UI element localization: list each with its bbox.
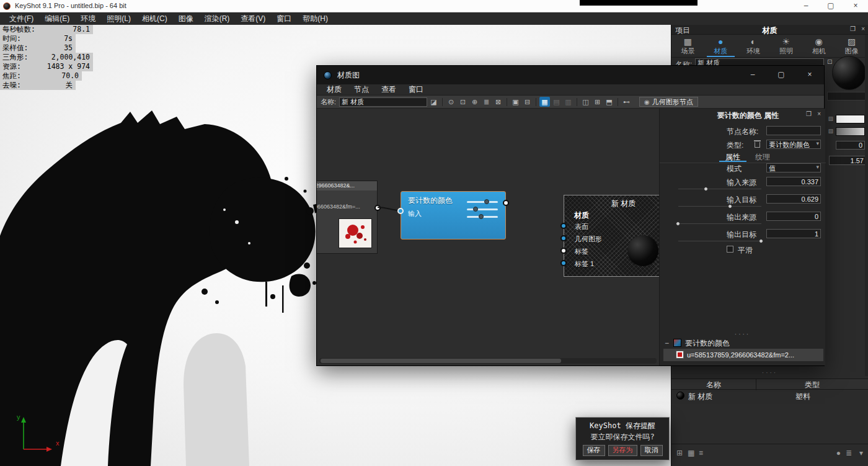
panel-scrollbar[interactable] — [865, 35, 868, 376]
graph-window-titlebar[interactable]: 材质图 – ▢ × — [317, 66, 824, 84]
animation-node-icon[interactable]: ⬒ — [604, 97, 614, 107]
color-to-number-node[interactable]: 要计数的颜色 输入 — [401, 191, 506, 240]
material-preview-sphere[interactable] — [832, 56, 866, 90]
tab-properties[interactable]: 属性 — [719, 152, 746, 162]
tab-camera[interactable]: ◉ 相机 — [802, 35, 835, 57]
panel-close-icon[interactable]: × — [861, 25, 865, 32]
tab-environment[interactable]: ◐ 环境 — [737, 35, 770, 57]
tab-material[interactable]: ● 材质 — [704, 35, 737, 57]
tune-icon[interactable]: ≣ — [481, 97, 492, 107]
texture-node[interactable]: 9,2966063482&... 2966063482&fm=... — [317, 181, 378, 254]
label-pin[interactable] — [560, 248, 567, 254]
texture-slot-icon[interactable]: ▧ — [828, 128, 833, 134]
cancel-button[interactable]: 取消 — [640, 445, 663, 456]
menu-environment[interactable]: 环境 — [75, 12, 101, 25]
tab-scene[interactable]: ▦ 场景 — [671, 35, 704, 57]
node-name-input[interactable] — [766, 126, 821, 135]
graph-menu-window[interactable]: 窗口 — [402, 84, 430, 95]
menu-lighting[interactable]: 照明(L) — [101, 12, 136, 25]
slider-handle[interactable] — [759, 239, 763, 243]
slider-handle[interactable] — [704, 187, 708, 191]
input-from-value[interactable] — [766, 177, 821, 186]
tab-lighting[interactable]: ☀ 照明 — [769, 35, 802, 57]
tree-item-texture[interactable]: u=585137859,2966063482&fm=2... — [663, 349, 823, 361]
utility-node-icon[interactable]: ⊞ — [592, 97, 603, 107]
canvas-hscrollbar-thumb[interactable] — [321, 359, 561, 363]
lock-icon[interactable]: ⊠ — [493, 97, 503, 107]
filter-icon[interactable]: ▾ — [859, 449, 863, 457]
sort-icon[interactable]: ≣ — [846, 449, 852, 457]
diffuse-color-swatch[interactable] — [836, 115, 865, 123]
label1-pin[interactable] — [560, 260, 567, 266]
panel-float-icon[interactable]: ❐ — [850, 25, 856, 32]
detach-icon[interactable]: ⊡ — [827, 58, 832, 65]
texture-slot-icon[interactable]: ▨ — [828, 115, 833, 122]
ior-value-input[interactable] — [829, 156, 866, 165]
tab-image[interactable]: ▨ 图像 — [835, 35, 868, 57]
graph-minimize-button[interactable]: – — [738, 66, 767, 84]
material-prop-field[interactable] — [827, 92, 866, 101]
menu-help[interactable]: 帮助(H) — [297, 12, 334, 25]
menu-render[interactable]: 渲染(R) — [199, 12, 236, 25]
save-button[interactable]: 保存 — [583, 445, 605, 456]
menu-window[interactable]: 窗口 — [271, 12, 297, 25]
surface-pin[interactable] — [560, 223, 567, 229]
copy-icon[interactable]: ▣ — [510, 97, 521, 107]
preview-sphere-icon[interactable]: ● — [836, 449, 841, 457]
graph-maximize-button[interactable]: ▢ — [767, 66, 795, 84]
menu-view[interactable]: 查看(V) — [235, 12, 271, 25]
texture-node-icon[interactable]: ▦ — [539, 97, 550, 107]
texture-utility-icon[interactable]: ▥ — [563, 97, 574, 107]
list-view-icon[interactable]: ≡ — [699, 449, 703, 457]
save-as-button[interactable]: 另存为 — [608, 445, 637, 456]
menu-file[interactable]: 文件(F) — [4, 12, 39, 25]
dock-float-icon[interactable]: ❐ — [806, 110, 812, 117]
column-type[interactable]: 类型 — [756, 380, 868, 390]
mode-select[interactable]: 值 ▾ — [766, 163, 821, 173]
slider-handle[interactable] — [676, 222, 680, 226]
slider-handle[interactable] — [728, 204, 732, 208]
fit-view-icon[interactable]: ⊡ — [458, 97, 468, 107]
node-type-select[interactable]: 要计数的颜色 ▾ — [766, 140, 821, 149]
menu-edit[interactable]: 编辑(E) — [39, 12, 75, 25]
node-canvas[interactable]: 9,2966063482&... 2966063482&fm=... — [317, 109, 659, 365]
dock-close-icon[interactable]: × — [817, 110, 821, 117]
graph-menu-node[interactable]: 节点 — [348, 84, 375, 95]
material-node-icon[interactable]: ◫ — [580, 97, 591, 107]
menu-image[interactable]: 图像 — [173, 12, 199, 25]
add-node-icon[interactable]: ⊕ — [469, 97, 480, 107]
minimize-button[interactable]: – — [794, 0, 818, 12]
material-list-row[interactable]: 新 材质 塑料 — [671, 390, 868, 401]
zoom-icon[interactable]: ⊙ — [446, 97, 456, 107]
dock-splitter[interactable]: ···· — [660, 332, 825, 337]
connection-wire[interactable] — [378, 207, 400, 210]
delete-node-icon[interactable] — [754, 140, 761, 148]
specular-color-swatch[interactable] — [836, 127, 865, 136]
tree-item-color-node[interactable]: − 要计数的颜色 — [663, 338, 823, 349]
color-node-output-pin[interactable] — [503, 200, 509, 206]
graph-close-button[interactable]: × — [795, 66, 824, 84]
geometry-pin[interactable] — [560, 235, 567, 241]
graph-material-name-input[interactable] — [339, 97, 427, 107]
color-node-input-pin[interactable] — [397, 208, 404, 214]
grid-view-icon[interactable]: ⊞ — [676, 449, 683, 457]
menu-camera[interactable]: 相机(C) — [136, 12, 173, 25]
graph-menu-material[interactable]: 材质 — [321, 84, 348, 95]
panel-splitter[interactable]: ···· — [671, 370, 868, 375]
output-to-value[interactable] — [766, 229, 821, 238]
output-from-value[interactable] — [766, 212, 821, 221]
delete-icon[interactable]: ⊟ — [522, 97, 533, 107]
roughness-value-input[interactable] — [836, 141, 865, 150]
close-button[interactable]: × — [843, 0, 868, 12]
graph-menu-view[interactable]: 查看 — [375, 84, 402, 95]
column-name[interactable]: 名称 — [671, 380, 756, 390]
maximize-button[interactable]: ▢ — [818, 0, 843, 12]
smooth-checkbox[interactable] — [727, 246, 733, 253]
collapse-icon[interactable]: − — [665, 338, 669, 349]
input-to-value[interactable] — [766, 194, 821, 204]
texture-map-icon[interactable]: ▤ — [551, 97, 562, 107]
thumbnail-view-icon[interactable]: ▦ — [688, 449, 694, 457]
geometry-node-button[interactable]: ◉ 几何图形节点 — [639, 97, 698, 107]
material-root-node[interactable]: 新 材质 材质 表面 几何图形 标签 标签 1 — [564, 195, 659, 277]
save-icon[interactable]: ◪ — [428, 97, 439, 107]
